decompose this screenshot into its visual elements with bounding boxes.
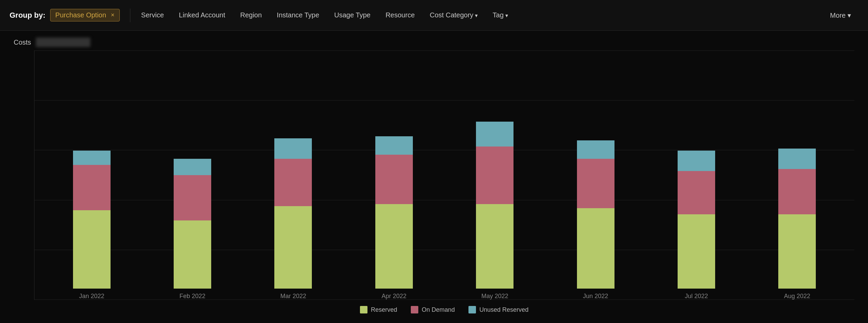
reserved-segment[interactable] — [577, 208, 614, 289]
toolbar-divider — [130, 9, 130, 22]
legend-color-reserved — [360, 306, 367, 313]
bar-stack[interactable] — [577, 140, 614, 289]
bar-month-label: Jan 2022 — [79, 293, 104, 300]
on-demand-segment[interactable] — [476, 147, 513, 204]
reserved-segment[interactable] — [678, 214, 715, 289]
on-demand-segment[interactable] — [778, 169, 816, 214]
on-demand-segment[interactable] — [678, 171, 715, 214]
reserved-segment[interactable] — [476, 204, 513, 289]
chart-header: Costs — [14, 37, 854, 47]
nav-region[interactable]: Region — [233, 9, 269, 22]
on-demand-segment[interactable] — [73, 165, 111, 210]
active-filter-purchase-option[interactable]: Purchase Option × — [50, 9, 120, 21]
bar-group: Mar 2022 — [271, 138, 315, 300]
bar-group: Jun 2022 — [574, 140, 618, 300]
bar-month-label: May 2022 — [481, 293, 508, 300]
legend-item-unused-reserved: Unused Reserved — [468, 306, 529, 313]
chart-area: Costs Jan 202 — [0, 31, 868, 323]
bar-group: Jan 2022 — [70, 151, 114, 300]
bar-month-label: Jun 2022 — [583, 293, 608, 300]
bar-stack[interactable] — [678, 151, 715, 289]
bar-group: Apr 2022 — [372, 136, 416, 300]
reserved-segment[interactable] — [778, 214, 816, 289]
unused-reserved-segment[interactable] — [778, 149, 816, 169]
unused-reserved-segment[interactable] — [577, 140, 614, 159]
legend-item-reserved: Reserved — [360, 306, 397, 313]
nav-usage-type[interactable]: Usage Type — [327, 9, 378, 22]
more-button[interactable]: More ▾ — [823, 9, 858, 22]
nav-linked-account[interactable]: Linked Account — [171, 9, 233, 22]
legend-color-on-demand — [411, 306, 418, 313]
bar-month-label: Apr 2022 — [381, 293, 406, 300]
y-axis — [14, 50, 34, 316]
bar-group: Feb 2022 — [170, 159, 215, 300]
bar-group: Aug 2022 — [775, 149, 819, 300]
bar-group: May 2022 — [473, 122, 517, 300]
bar-month-label: Mar 2022 — [280, 293, 306, 300]
chart-subtitle-blurred — [36, 37, 90, 47]
reserved-segment[interactable] — [73, 210, 111, 289]
grid-line-5 — [34, 50, 854, 51]
toolbar: Group by: Purchase Option × Service Link… — [0, 0, 868, 31]
bar-stack[interactable] — [274, 138, 312, 289]
bar-stack[interactable] — [375, 136, 413, 289]
reserved-segment[interactable] — [274, 206, 312, 289]
nav-tag[interactable]: Tag — [485, 9, 516, 22]
bar-month-label: Feb 2022 — [179, 293, 205, 300]
grid-and-bars: Jan 2022Feb 2022Mar 2022Apr 2022May 2022… — [34, 50, 854, 300]
legend: ReservedOn DemandUnused Reserved — [34, 300, 854, 316]
bar-stack[interactable] — [73, 151, 111, 289]
reserved-segment[interactable] — [375, 204, 413, 289]
bar-month-label: Jul 2022 — [685, 293, 708, 300]
bars-container: Jan 2022Feb 2022Mar 2022Apr 2022May 2022… — [34, 50, 854, 316]
bars-row: Jan 2022Feb 2022Mar 2022Apr 2022May 2022… — [34, 122, 854, 300]
legend-label-reserved: Reserved — [371, 306, 397, 313]
nav-service[interactable]: Service — [134, 9, 172, 22]
bar-stack[interactable] — [174, 159, 211, 289]
on-demand-segment[interactable] — [375, 155, 413, 204]
bar-group: Jul 2022 — [674, 151, 719, 300]
unused-reserved-segment[interactable] — [375, 136, 413, 155]
active-filter-label: Purchase Option — [55, 11, 106, 19]
legend-item-on-demand: On Demand — [411, 306, 455, 313]
unused-reserved-segment[interactable] — [678, 151, 715, 171]
unused-reserved-segment[interactable] — [73, 151, 111, 165]
legend-label-unused-reserved: Unused Reserved — [479, 306, 529, 313]
bar-stack[interactable] — [476, 122, 513, 289]
unused-reserved-segment[interactable] — [476, 122, 513, 147]
on-demand-segment[interactable] — [174, 175, 211, 220]
bar-stack[interactable] — [778, 149, 816, 289]
reserved-segment[interactable] — [174, 220, 211, 289]
on-demand-segment[interactable] — [274, 159, 312, 206]
unused-reserved-segment[interactable] — [274, 138, 312, 159]
nav-resource[interactable]: Resource — [378, 9, 422, 22]
group-by-label: Group by: — [10, 11, 45, 20]
unused-reserved-segment[interactable] — [174, 159, 211, 175]
legend-label-on-demand: On Demand — [422, 306, 455, 313]
nav-instance-type[interactable]: Instance Type — [269, 9, 327, 22]
close-filter-icon[interactable]: × — [111, 12, 115, 19]
bar-month-label: Aug 2022 — [784, 293, 810, 300]
nav-cost-category[interactable]: Cost Category — [422, 9, 485, 22]
chart-title: Costs — [14, 39, 31, 46]
grid-line-4 — [34, 100, 854, 101]
chart-body: Jan 2022Feb 2022Mar 2022Apr 2022May 2022… — [14, 50, 854, 316]
on-demand-segment[interactable] — [577, 159, 614, 208]
legend-color-unused-reserved — [468, 306, 476, 313]
